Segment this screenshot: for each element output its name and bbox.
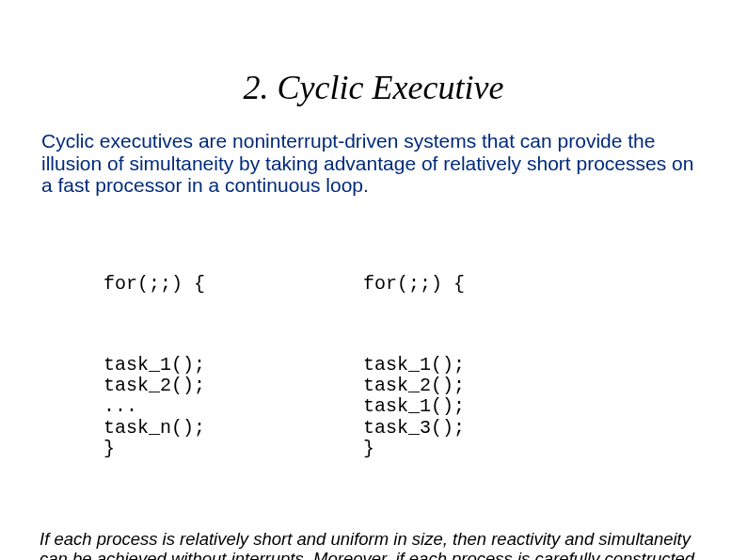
code-examples-row: for(;;) { task_1(); task_2(); ... task_n… — [103, 232, 747, 503]
code-right-body: task_1(); task_2(); task_1(); task_3(); … — [363, 355, 465, 460]
code-right-for: for(;;) { — [363, 274, 465, 295]
slide-title: 2. Cyclic Executive — [0, 68, 747, 107]
code-left-for: for(;;) { — [103, 274, 205, 295]
outro-paragraph: If each process is relatively short and … — [40, 530, 719, 560]
code-example-right: for(;;) { task_1(); task_2(); task_1(); … — [363, 232, 465, 503]
code-left-body: task_1(); task_2(); ... task_n(); } — [103, 355, 205, 460]
intro-paragraph: Cyclic executives are noninterrupt-drive… — [41, 130, 706, 197]
slide: 2. Cyclic Executive Cyclic executives ar… — [0, 68, 747, 560]
code-example-left: for(;;) { task_1(); task_2(); ... task_n… — [103, 232, 205, 503]
